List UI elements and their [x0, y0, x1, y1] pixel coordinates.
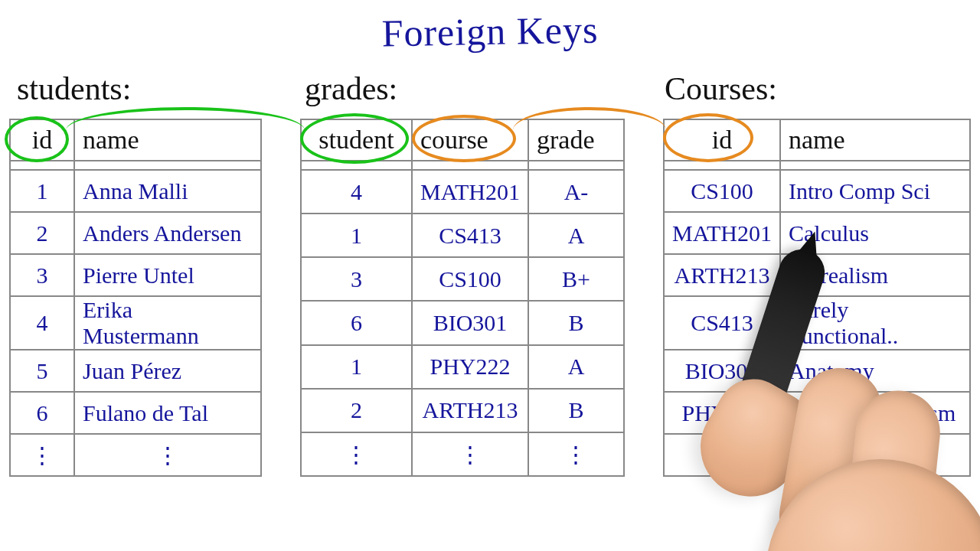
table-row: 2Anders Andersen: [10, 212, 261, 254]
table-header-row: id name: [664, 119, 970, 161]
table-row: 3CS100B+: [301, 257, 624, 301]
courses-label: Courses:: [665, 70, 777, 107]
table-row: 5Juan Pérez: [10, 350, 261, 392]
col-name: name: [74, 119, 261, 161]
table-row: 3Pierre Untel: [10, 254, 261, 296]
col-student: student: [301, 119, 412, 161]
table-header-row: student course grade: [301, 119, 624, 161]
ellipsis-row: ⋮⋮: [10, 434, 261, 476]
table-row: 4MATH201A-: [301, 170, 624, 214]
table-row: 4Erika Mustermann: [10, 296, 261, 350]
table-row: CS100Intro Comp Sci: [664, 170, 970, 212]
ellipsis-row: ⋮⋮⋮: [301, 432, 624, 476]
grades-table: student course grade 4MATH201A- 1CS413A …: [300, 119, 625, 477]
col-course: course: [412, 119, 528, 161]
header-gap: [664, 161, 970, 170]
table-header-row: id name: [10, 119, 261, 161]
table-row: PHY222Electromagnetism: [664, 392, 970, 434]
col-id: id: [10, 119, 74, 161]
table-row: MATH201Calculus: [664, 212, 970, 254]
ellipsis-row: ⋮⋮: [664, 434, 970, 476]
students-table: id name 1Anna Malli 2Anders Andersen 3Pi…: [9, 119, 262, 477]
col-id: id: [664, 119, 780, 161]
tables-row: id name 1Anna Malli 2Anders Andersen 3Pi…: [9, 119, 971, 477]
courses-table: id name CS100Intro Comp Sci MATH201Calcu…: [663, 119, 971, 477]
col-grade: grade: [528, 119, 624, 161]
table-row: 2ARTH213B: [301, 389, 624, 432]
table-row: 6Fulano de Tal: [10, 392, 261, 434]
header-gap: [10, 161, 261, 170]
table-row: CS413Purely Functional..: [664, 296, 970, 350]
table-row: 1CS413A: [301, 214, 624, 257]
table-row: 1PHY222A: [301, 345, 624, 389]
table-row: BIO301Anatomy: [664, 350, 970, 392]
col-name: name: [780, 119, 970, 161]
table-row: ARTH213Surrealism: [664, 254, 970, 296]
table-row: 1Anna Malli: [10, 170, 261, 212]
table-row: 6BIO301B: [301, 301, 624, 344]
students-label: students:: [17, 70, 131, 107]
grades-label: grades:: [305, 70, 397, 107]
page-title: Foreign Keys: [381, 8, 599, 56]
header-gap: [301, 161, 624, 170]
